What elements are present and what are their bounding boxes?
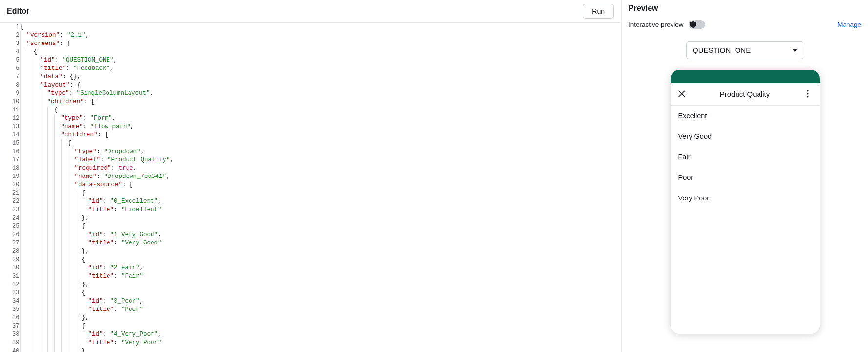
manage-link[interactable]: Manage: [837, 21, 861, 28]
phone-status-bar: [671, 70, 820, 83]
sheet-header: Product Quality: [671, 83, 820, 106]
preview-title: Preview: [622, 0, 868, 17]
option-item[interactable]: Excellent: [671, 106, 820, 126]
option-item[interactable]: Very Poor: [671, 188, 820, 208]
run-button[interactable]: Run: [583, 4, 614, 19]
sheet-title: Product Quality: [720, 90, 770, 98]
preview-panel: Preview Interactive preview Manage QUEST…: [621, 0, 868, 352]
editor-header: Editor Run: [0, 0, 621, 23]
phone-screen: Product Quality ExcellentVery GoodFairPo…: [671, 83, 820, 334]
svg-point-0: [807, 90, 809, 91]
phone-preview: Product Quality ExcellentVery GoodFairPo…: [671, 70, 820, 334]
editor-title: Editor: [7, 7, 29, 16]
option-item[interactable]: Very Good: [671, 126, 820, 147]
svg-point-2: [807, 96, 809, 97]
option-item[interactable]: Fair: [671, 147, 820, 167]
svg-point-1: [807, 93, 809, 94]
screen-select-value: QUESTION_ONE: [693, 46, 751, 54]
preview-subheader: Interactive preview Manage: [622, 17, 868, 32]
option-item[interactable]: Poor: [671, 167, 820, 188]
option-list: ExcellentVery GoodFairPoorVery Poor: [671, 106, 820, 334]
close-icon[interactable]: [677, 89, 686, 98]
editor-panel: Editor Run 1{2"version": "2.1",3"screens…: [0, 0, 621, 352]
preview-body: QUESTION_ONE Product Quality Exc: [622, 32, 868, 352]
kebab-menu-icon[interactable]: [803, 89, 812, 98]
screen-select[interactable]: QUESTION_ONE: [686, 41, 803, 59]
code-editor[interactable]: 1{2"version": "2.1",3"screens": [4{5"id"…: [0, 23, 621, 352]
toggle-knob: [690, 21, 696, 28]
interactive-preview-label: Interactive preview: [629, 21, 684, 28]
interactive-preview-toggle[interactable]: [689, 20, 705, 29]
caret-down-icon: [792, 49, 797, 52]
